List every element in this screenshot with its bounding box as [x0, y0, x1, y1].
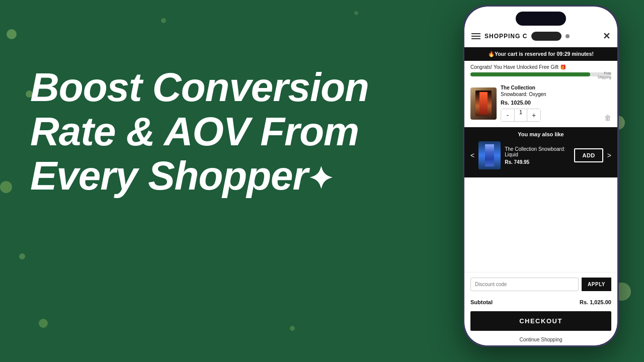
item-variant: Snowboard: Oxygen	[501, 92, 600, 97]
cart-item: The Collection Snowboard: Oxygen Rs. 102…	[464, 80, 617, 127]
progress-container: FreeShipping	[470, 72, 611, 76]
upsell-add-button[interactable]: ADD	[574, 148, 603, 162]
subtotal-row: Subtotal Rs. 1,025.00	[464, 296, 617, 308]
upsell-prev-button[interactable]: <	[470, 151, 474, 159]
congrats-text: Congrats! You Have Unlocked Free Gift 🎁	[470, 64, 611, 70]
sparkle-icon: ✦	[308, 162, 333, 196]
cart-header-left: SHOPPING C	[471, 32, 570, 41]
upsell-next-button[interactable]: >	[607, 151, 611, 159]
upsell-details: The Collection Snowboard: Liquid Rs. 749…	[505, 146, 570, 165]
continue-shopping-button[interactable]: Continue Shopping	[464, 334, 617, 345]
phone-shell: SHOPPING C ✕ 🔥Your cart is reserved for …	[463, 5, 619, 347]
subtotal-label: Subtotal	[470, 299, 493, 305]
free-shipping-label: FreeShipping	[598, 71, 611, 80]
discount-row: APPLY	[464, 272, 617, 296]
subtotal-value: Rs. 1,025.00	[580, 299, 611, 305]
checkout-button[interactable]: CHECKOUT	[470, 311, 611, 331]
cart-pill	[531, 32, 561, 41]
hamburger-icon[interactable]	[471, 33, 480, 39]
phone-screen: SHOPPING C ✕ 🔥Your cart is reserved for …	[464, 7, 617, 345]
hero-title: Boost Conversion Rate & AOV From Every S…	[30, 65, 413, 198]
cart-dot	[566, 34, 570, 38]
discount-input[interactable]	[470, 278, 579, 291]
phone-notch	[516, 12, 566, 26]
cart-title: SHOPPING C	[485, 33, 527, 40]
close-button[interactable]: ✕	[603, 31, 610, 42]
apply-button[interactable]: APPLY	[582, 278, 611, 291]
upsell-title: You may also like	[470, 131, 611, 137]
phone-mockup: SHOPPING C ✕ 🔥Your cart is reserved for …	[463, 5, 619, 347]
cart-panel: SHOPPING C ✕ 🔥Your cart is reserved for …	[464, 7, 617, 345]
upsell-item: < The Collection Snowboard: Liquid Rs. 7…	[470, 137, 611, 173]
timer-banner: 🔥Your cart is reserved for 09:29 minutes…	[464, 47, 617, 61]
upsell-image	[478, 141, 501, 169]
cart-spacer	[464, 177, 617, 272]
item-image	[470, 87, 497, 120]
item-price: Rs. 1025.00	[501, 100, 600, 106]
upsell-product-price: Rs. 749.95	[505, 159, 570, 165]
hero-section: Boost Conversion Rate & AOV From Every S…	[30, 65, 413, 198]
qty-increase-button[interactable]: +	[527, 109, 540, 121]
qty-decrease-button[interactable]: -	[501, 109, 514, 121]
upsell-product-name: The Collection Snowboard: Liquid	[505, 146, 570, 157]
item-details: The Collection Snowboard: Oxygen Rs. 102…	[501, 85, 600, 122]
qty-controls: - 1 +	[501, 109, 541, 122]
progress-bar	[470, 72, 590, 76]
congrats-bar: Congrats! You Have Unlocked Free Gift 🎁 …	[464, 61, 617, 80]
upsell-section: You may also like < The Collection Snowb…	[464, 127, 617, 177]
item-name: The Collection	[501, 85, 600, 90]
timer-text: 🔥Your cart is reserved for 09:29 minutes…	[488, 51, 594, 57]
delete-item-button[interactable]: 🗑	[604, 114, 611, 122]
qty-value: 1	[514, 109, 527, 121]
